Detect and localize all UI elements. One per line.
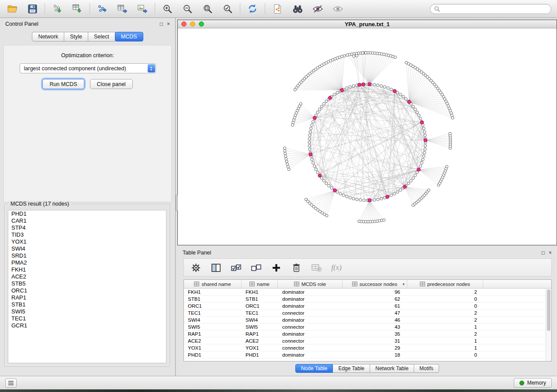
- table-row[interactable]: RAP1RAP1dominator352: [184, 330, 546, 337]
- table-cell: SWI5: [242, 324, 278, 330]
- table-cell: FKH1: [184, 289, 242, 295]
- table-scrollbar-thumb[interactable]: [547, 289, 550, 331]
- list-item[interactable]: GCR1: [8, 322, 166, 329]
- table-settings-gear-icon[interactable]: [190, 262, 201, 273]
- tab-edge-table[interactable]: Edge Table: [333, 364, 370, 373]
- column-header-mcds-role[interactable]: MCDS role: [278, 280, 343, 288]
- tab-style[interactable]: Style: [64, 32, 88, 41]
- zoom-out-icon[interactable]: [181, 3, 194, 15]
- list-item[interactable]: SWI5: [8, 308, 166, 315]
- sort-descending-icon[interactable]: ▾: [402, 282, 405, 286]
- tab-motifs[interactable]: Motifs: [414, 364, 439, 373]
- memory-status-icon: [519, 381, 524, 385]
- function-builder-icon[interactable]: f(x): [331, 262, 342, 273]
- export-table-icon[interactable]: [116, 3, 128, 15]
- table-row[interactable]: TEC1TEC1connector472: [184, 309, 546, 316]
- list-item[interactable]: FKH1: [8, 266, 166, 273]
- table-cell: 47: [343, 310, 407, 316]
- list-item[interactable]: YOX1: [8, 238, 166, 245]
- delete-table-icon[interactable]: [311, 262, 322, 273]
- run-mcds-button[interactable]: Run MCDS: [42, 79, 84, 89]
- tab-node-table[interactable]: Node Table: [295, 364, 333, 373]
- toggle-graphics-details-icon[interactable]: [311, 3, 324, 15]
- list-item[interactable]: PMA2: [8, 259, 166, 266]
- search-network-icon[interactable]: [291, 3, 304, 15]
- list-item[interactable]: STP4: [8, 224, 166, 231]
- export-image-icon[interactable]: [136, 3, 149, 15]
- show-columns-icon[interactable]: [210, 262, 221, 273]
- export-network-icon[interactable]: [96, 3, 108, 15]
- column-header-shared-name[interactable]: shared name: [184, 280, 242, 288]
- close-window-icon[interactable]: [181, 21, 187, 27]
- list-item[interactable]: CAR1: [8, 217, 166, 224]
- save-session-icon[interactable]: [26, 3, 38, 15]
- column-grid-icon: [420, 282, 425, 286]
- close-panel-button[interactable]: ×: [167, 21, 170, 27]
- zoom-window-icon[interactable]: [199, 21, 204, 27]
- float-table-panel-button[interactable]: □: [542, 250, 545, 255]
- table-row[interactable]: SWI4SWI4dominator462: [184, 316, 546, 323]
- list-item[interactable]: ACE2: [8, 273, 166, 280]
- show-graphics-details-icon[interactable]: [332, 3, 344, 15]
- table-cell: 35: [343, 331, 407, 337]
- list-item[interactable]: STB5: [8, 280, 166, 287]
- table-cell: 31: [343, 338, 407, 344]
- search-input[interactable]: [443, 6, 547, 12]
- import-table-icon[interactable]: [71, 3, 83, 15]
- list-item[interactable]: STB1: [8, 301, 166, 308]
- table-cell: 61: [343, 303, 407, 309]
- column-header-successor-nodes[interactable]: successor nodes ▾: [343, 280, 407, 288]
- splitter-handle[interactable]: [176, 195, 178, 211]
- network-document-icon[interactable]: [271, 3, 284, 15]
- tab-mcds[interactable]: MCDS: [115, 32, 143, 41]
- optimization-criterion-select[interactable]: largest connected component (undirected)…: [20, 63, 156, 73]
- network-window-titlebar[interactable]: YPA_prune.txt_1: [178, 20, 557, 28]
- deselect-all-rows-icon[interactable]: [250, 262, 262, 273]
- table-row[interactable]: ORC1ORC1dominator610: [184, 303, 546, 309]
- table-cell: 62: [343, 296, 407, 302]
- table-scrollbar[interactable]: [546, 289, 551, 361]
- table-cell: SWI5: [184, 324, 242, 330]
- delete-row-icon[interactable]: [291, 262, 302, 273]
- network-canvas[interactable]: [178, 28, 557, 245]
- list-item[interactable]: SWI4: [8, 245, 166, 252]
- table-body: FKH1FKH1dominator962STB1STB1dominator620…: [184, 289, 546, 361]
- close-panel-button-mcds[interactable]: Close panel: [90, 79, 133, 89]
- close-table-panel-button[interactable]: ×: [549, 250, 552, 255]
- select-all-rows-icon[interactable]: [230, 262, 242, 273]
- tab-network-table[interactable]: Network Table: [370, 364, 414, 373]
- zoom-fit-icon[interactable]: [201, 3, 214, 15]
- table-cell: dominator: [278, 352, 343, 358]
- zoom-selected-icon[interactable]: [221, 3, 234, 15]
- import-network-icon[interactable]: [51, 3, 63, 15]
- column-header-name[interactable]: name: [242, 280, 278, 288]
- column-grid-icon: [249, 282, 255, 286]
- column-header-filler: [483, 280, 551, 288]
- memory-button[interactable]: Memory: [514, 378, 552, 388]
- zoom-in-icon[interactable]: [161, 3, 173, 15]
- table-row[interactable]: YOX1YOX1connector291: [184, 344, 546, 351]
- table-cell: dominator: [278, 331, 343, 337]
- open-session-icon[interactable]: [6, 3, 18, 15]
- table-row[interactable]: PHD1PHD1dominator180: [184, 351, 546, 358]
- minimize-window-icon[interactable]: [190, 21, 195, 27]
- search-field[interactable]: [430, 4, 551, 14]
- apply-layout-icon[interactable]: [246, 3, 259, 15]
- table-row[interactable]: FKH1FKH1dominator962: [184, 289, 546, 296]
- table-row[interactable]: ACE2ACE2connector311: [184, 337, 546, 344]
- list-item[interactable]: ORC1: [8, 287, 166, 294]
- tab-select[interactable]: Select: [88, 32, 115, 41]
- table-cell: dominator: [278, 303, 343, 309]
- list-item[interactable]: SRD1: [8, 252, 166, 259]
- list-item[interactable]: RAP1: [8, 294, 166, 301]
- list-item[interactable]: PHD1: [8, 210, 166, 217]
- add-row-icon[interactable]: [270, 262, 282, 273]
- menu-hamburger-icon[interactable]: [5, 378, 17, 388]
- column-header-predecessor-nodes[interactable]: predecessor nodes: [407, 280, 483, 288]
- list-item[interactable]: TID3: [8, 231, 166, 238]
- table-row[interactable]: STB1STB1dominator620: [184, 296, 546, 303]
- tab-network[interactable]: Network: [32, 32, 64, 41]
- list-item[interactable]: TEC1: [8, 315, 166, 322]
- table-row[interactable]: SWI5SWI5connector431: [184, 323, 546, 330]
- float-panel-button[interactable]: □: [160, 21, 163, 27]
